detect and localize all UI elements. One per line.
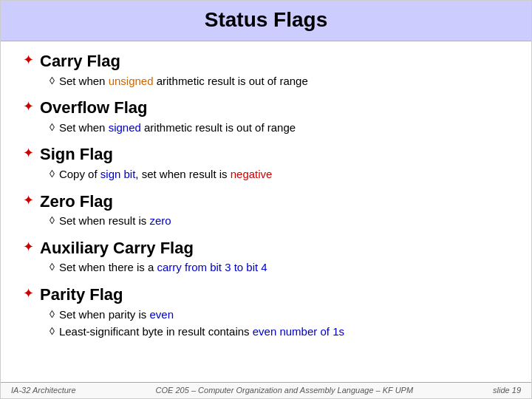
sub-diamond-icon: ◊: [50, 259, 55, 275]
auxiliary-carry-flag-item: ✦ Auxiliary Carry Flag: [23, 237, 509, 259]
footer-center: COE 205 – Computer Organization and Asse…: [156, 386, 414, 395]
auxiliary-carry-flag-subitems: ◊ Set when there is a carry from bit 3 t…: [50, 259, 509, 276]
sign-flag-label: Sign Flag: [40, 143, 113, 166]
footer-right: slide 19: [493, 386, 521, 395]
sign-flag-item: ✦ Sign Flag: [23, 143, 509, 166]
sign-flag-desc: Copy of sign bit, set when result is neg…: [59, 166, 273, 183]
sub-diamond-icon: ◊: [50, 324, 55, 339]
carry-flag-desc: Set when unsigned arithmetic result is o…: [59, 73, 308, 90]
sign-flag-subitem-1: ◊ Copy of sign bit, set when result is n…: [50, 166, 509, 183]
zero-flag-desc: Set when result is zero: [59, 213, 171, 230]
diamond-icon: ✦: [23, 98, 34, 116]
zero-flag-label: Zero Flag: [40, 191, 113, 213]
parity-flag-subitem-1: ◊ Set when parity is even: [50, 307, 509, 324]
parity-flag-label: Parity Flag: [40, 284, 123, 306]
sub-diamond-icon: ◊: [50, 120, 55, 135]
zero-flag-subitem-1: ◊ Set when result is zero: [50, 213, 509, 230]
carry-flag-section: ✦ Carry Flag ◊ Set when unsigned arithme…: [23, 50, 509, 92]
sub-diamond-icon: ◊: [50, 307, 55, 322]
content-area: ✦ Carry Flag ◊ Set when unsigned arithme…: [1, 41, 531, 382]
parity-flag-item: ✦ Parity Flag: [23, 284, 509, 306]
zero-flag-item: ✦ Zero Flag: [23, 191, 509, 213]
auxiliary-carry-flag-subitem-1: ◊ Set when there is a carry from bit 3 t…: [50, 259, 509, 276]
zero-flag-subitems: ◊ Set when result is zero: [50, 213, 509, 230]
auxiliary-carry-flag-section: ✦ Auxiliary Carry Flag ◊ Set when there …: [23, 237, 509, 279]
auxiliary-carry-flag-label: Auxiliary Carry Flag: [40, 237, 194, 259]
slide-footer: IA-32 Architecture COE 205 – Computer Or…: [1, 382, 531, 398]
overflow-flag-subitem-1: ◊ Set when signed arithmetic result is o…: [50, 120, 509, 137]
sub-diamond-icon: ◊: [50, 73, 55, 89]
overflow-flag-subitems: ◊ Set when signed arithmetic result is o…: [50, 120, 509, 137]
slide: Status Flags ✦ Carry Flag ◊ Set when uns…: [0, 0, 532, 399]
sub-diamond-icon: ◊: [50, 166, 55, 182]
carry-flag-subitem-1: ◊ Set when unsigned arithmetic result is…: [50, 73, 509, 90]
parity-flag-section: ✦ Parity Flag ◊ Set when parity is even …: [23, 284, 509, 344]
diamond-icon: ✦: [23, 51, 34, 69]
sign-flag-section: ✦ Sign Flag ◊ Copy of sign bit, set when…: [23, 143, 509, 185]
slide-title: Status Flags: [1, 1, 531, 41]
overflow-flag-section: ✦ Overflow Flag ◊ Set when signed arithm…: [23, 97, 509, 139]
sub-diamond-icon: ◊: [50, 213, 55, 228]
overflow-flag-item: ✦ Overflow Flag: [23, 97, 509, 119]
carry-flag-item: ✦ Carry Flag: [23, 50, 509, 72]
overflow-flag-desc: Set when signed arithmetic result is out…: [59, 120, 296, 137]
diamond-icon: ✦: [23, 144, 34, 163]
parity-flag-subitems: ◊ Set when parity is even ◊ Least-signif…: [50, 307, 509, 341]
diamond-icon: ✦: [23, 284, 34, 303]
carry-flag-label: Carry Flag: [40, 50, 120, 72]
parity-flag-subitem-2: ◊ Least-significant byte in result conta…: [50, 324, 509, 341]
parity-flag-desc-2: Least-significant byte in result contain…: [59, 324, 344, 341]
carry-flag-subitems: ◊ Set when unsigned arithmetic result is…: [50, 73, 509, 90]
diamond-icon: ✦: [23, 191, 34, 210]
zero-flag-section: ✦ Zero Flag ◊ Set when result is zero: [23, 191, 509, 233]
parity-flag-desc-1: Set when parity is even: [59, 307, 174, 324]
diamond-icon: ✦: [23, 238, 34, 256]
auxiliary-carry-flag-desc: Set when there is a carry from bit 3 to …: [59, 259, 267, 276]
sign-flag-subitems: ◊ Copy of sign bit, set when result is n…: [50, 166, 509, 183]
overflow-flag-label: Overflow Flag: [40, 97, 147, 119]
footer-left: IA-32 Architecture: [11, 386, 76, 395]
